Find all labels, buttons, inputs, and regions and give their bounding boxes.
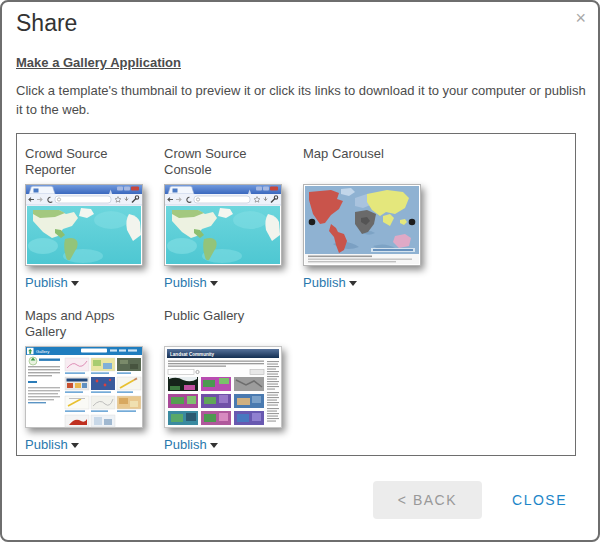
template-title: Public Gallery — [164, 308, 289, 340]
template-title: Crowd Source Reporter — [25, 146, 150, 178]
world-carousel-thumbnail[interactable] — [303, 184, 421, 266]
browser-map-thumbnail[interactable] — [25, 184, 143, 266]
close-button[interactable]: CLOSE — [512, 492, 567, 508]
template-title: Maps and Apps Gallery — [25, 308, 150, 340]
dialog-footer: < BACK CLOSE — [373, 481, 567, 519]
template-cell-maps-and-apps-gallery: Maps and Apps Gallery Gallery — [25, 304, 164, 452]
public-gallery-thumbnail[interactable]: Landsat Community — [164, 346, 282, 428]
template-cell-crown-source-console: Crown Source Console — [164, 142, 303, 290]
back-button[interactable]: < BACK — [373, 481, 482, 519]
template-cell-map-carousel: Map Carousel — [303, 142, 442, 290]
template-title: Crown Source Console — [164, 146, 289, 178]
template-list: Crowd Source Reporter — [16, 133, 576, 456]
public-gallery-header-text: Landsat Community — [170, 352, 215, 357]
make-gallery-application-link[interactable]: Make a Gallery Application — [16, 55, 181, 70]
section-description: Click a template's thumbnail to preview … — [16, 81, 588, 119]
apps-gallery-header-text: Gallery — [36, 349, 50, 354]
publish-link[interactable]: Publish — [164, 275, 207, 290]
publish-dropdown-caret-icon[interactable] — [210, 443, 218, 448]
publish-link[interactable]: Publish — [25, 275, 68, 290]
publish-dropdown-caret-icon[interactable] — [210, 281, 218, 286]
publish-link[interactable]: Publish — [164, 437, 207, 452]
share-dialog: Share × Make a Gallery Application Click… — [0, 0, 600, 542]
template-cell-crowd-source-reporter: Crowd Source Reporter — [25, 142, 164, 290]
template-cell-public-gallery: Public Gallery Landsat Community — [164, 304, 303, 452]
template-title: Map Carousel — [303, 146, 428, 178]
publish-dropdown-caret-icon[interactable] — [71, 281, 79, 286]
browser-map-thumbnail[interactable] — [164, 184, 282, 266]
maps-apps-gallery-thumbnail[interactable]: Gallery — [25, 346, 143, 428]
publish-dropdown-caret-icon[interactable] — [71, 443, 79, 448]
close-icon[interactable]: × — [575, 8, 586, 28]
publish-link[interactable]: Publish — [303, 275, 346, 290]
publish-link[interactable]: Publish — [25, 437, 68, 452]
publish-dropdown-caret-icon[interactable] — [349, 281, 357, 286]
dialog-title: Share — [16, 10, 77, 37]
